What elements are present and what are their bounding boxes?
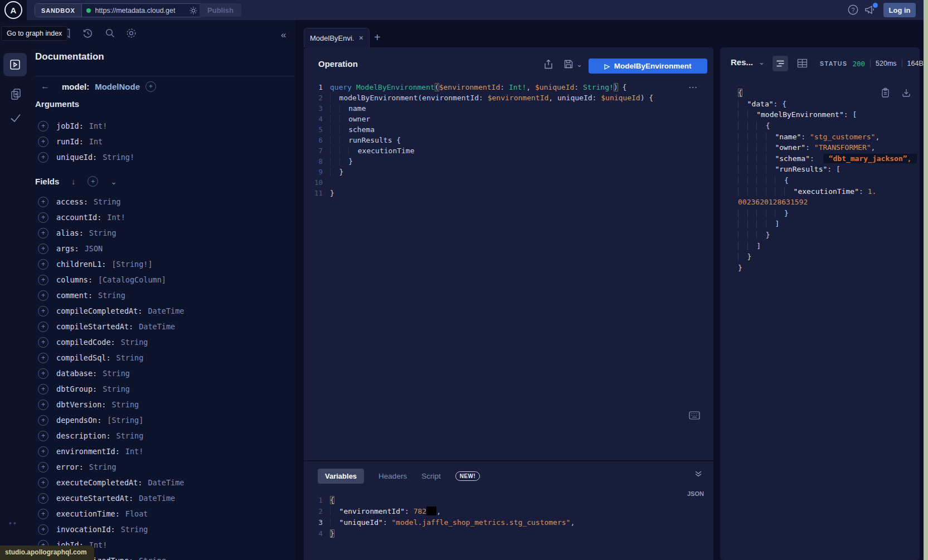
- add-field-icon[interactable]: +: [38, 478, 48, 488]
- field-row: +executionTime:Float: [31, 506, 295, 522]
- tab-headers[interactable]: Headers: [378, 472, 407, 480]
- tab-script[interactable]: Script: [421, 472, 441, 480]
- add-field-icon[interactable]: +: [38, 259, 48, 270]
- add-field-icon[interactable]: +: [38, 306, 48, 316]
- history-icon[interactable]: [82, 28, 93, 39]
- code-line: {: [738, 175, 916, 186]
- indent-guide: [747, 110, 757, 119]
- publish-button[interactable]: Publish: [200, 3, 241, 17]
- announcements-button[interactable]: [863, 3, 878, 17]
- help-icon[interactable]: ?: [847, 4, 859, 16]
- line-number: 4: [308, 115, 323, 123]
- variables-editor[interactable]: 1{2"environmentId": 782,3"uniqueId": "mo…: [304, 494, 713, 539]
- collapse-sidebar-icon[interactable]: «: [281, 30, 286, 41]
- field-row: +access:String: [31, 194, 295, 210]
- save-dropdown-chevron-icon[interactable]: ⌄: [576, 60, 582, 69]
- field-type: Int!: [89, 121, 108, 130]
- add-field-icon[interactable]: +: [38, 322, 48, 332]
- code-line: "owner": "TRANSFORMER",: [738, 142, 916, 153]
- add-field-icon[interactable]: +: [38, 384, 48, 395]
- add-field-icon[interactable]: +: [38, 290, 48, 301]
- add-field-icon[interactable]: +: [38, 244, 48, 254]
- save-icon[interactable]: [563, 59, 574, 69]
- indent-guide: [348, 147, 358, 155]
- endpoint-url-box[interactable]: https://metadata.cloud.get: [82, 4, 202, 17]
- add-field-icon[interactable]: +: [38, 493, 48, 504]
- add-field-icon[interactable]: +: [38, 353, 48, 363]
- field-type: String: [98, 291, 125, 300]
- fields-options-chevron-icon[interactable]: ⌄: [110, 177, 117, 186]
- field-type: String: [116, 431, 144, 440]
- field-name: jobId:: [56, 121, 84, 130]
- response-dropdown-chevron-icon[interactable]: ⌄: [759, 58, 765, 66]
- share-icon[interactable]: [543, 59, 553, 70]
- new-badge: NEW!: [455, 471, 480, 481]
- code-token: $uniqueId: [601, 94, 640, 102]
- apollo-logo-tile[interactable]: A: [0, 0, 27, 20]
- add-field-icon[interactable]: +: [38, 275, 48, 285]
- field-row: +environmentId:Int!: [31, 444, 295, 459]
- operation-panel: Operation ⌄ ▷ ModelByEnvironment ⋯ 1quer…: [304, 47, 713, 460]
- line-number: 6: [308, 136, 323, 144]
- operation-collections-icon[interactable]: [0, 87, 31, 101]
- add-field-icon[interactable]: +: [38, 137, 48, 147]
- apollo-logo: A: [4, 1, 22, 19]
- indent-guide: [738, 110, 747, 119]
- field-type: String: [103, 369, 130, 378]
- collapse-panel-icon[interactable]: [694, 469, 703, 478]
- code-token: "environmentId": [339, 507, 405, 515]
- endpoint-settings-icon[interactable]: [189, 6, 198, 15]
- search-icon[interactable]: [105, 28, 115, 38]
- argument-row: +runId:Int: [31, 134, 295, 149]
- keyboard-shortcuts-icon[interactable]: [689, 411, 700, 420]
- add-field-icon[interactable]: +: [38, 524, 48, 535]
- add-field-icon[interactable]: +: [38, 509, 48, 519]
- code-token: environmentId: [422, 94, 479, 102]
- add-field-icon[interactable]: +: [38, 197, 48, 207]
- code-token: ): [614, 83, 618, 91]
- response-body: {"data": {"modelByEnvironment": [{"name"…: [720, 87, 916, 273]
- browser-status-bar: studio.apollographql.com: [0, 546, 94, 560]
- doc-settings-icon[interactable]: [126, 28, 137, 38]
- code-token: "executionTime": [794, 187, 859, 196]
- code-token: : [: [844, 110, 857, 119]
- login-label: Log in: [889, 6, 911, 14]
- back-arrow-icon[interactable]: ←: [41, 81, 50, 91]
- explorer-nav-item[interactable]: [3, 53, 27, 76]
- arguments-heading: Arguments: [35, 99, 79, 109]
- add-field-icon[interactable]: +: [38, 152, 48, 163]
- add-field-icon[interactable]: +: [38, 121, 48, 132]
- field-row: +database:String: [31, 366, 295, 381]
- code-token: name: [348, 104, 366, 113]
- login-button[interactable]: Log in: [883, 3, 916, 17]
- tree-view-button[interactable]: [772, 56, 788, 71]
- add-field-icon[interactable]: +: [38, 462, 48, 473]
- add-field-icon[interactable]: +: [38, 400, 48, 410]
- add-field-icon[interactable]: +: [38, 212, 48, 223]
- add-field-icon[interactable]: +: [145, 81, 156, 92]
- add-field-icon[interactable]: +: [38, 368, 48, 379]
- add-field-icon[interactable]: +: [38, 446, 48, 457]
- add-field-icon[interactable]: +: [38, 337, 48, 348]
- tab-variables[interactable]: Variables: [318, 469, 364, 484]
- run-operation-button[interactable]: ▷ ModelByEnvironment: [589, 59, 707, 74]
- add-field-icon[interactable]: +: [38, 228, 48, 238]
- operation-editor[interactable]: 1query ModelByEnvironment($environmentId…: [304, 82, 713, 198]
- add-field-icon[interactable]: +: [38, 431, 48, 441]
- new-tab-icon[interactable]: +: [374, 31, 381, 44]
- close-tab-icon[interactable]: ×: [359, 33, 363, 42]
- field-type: DateTime: [148, 478, 184, 487]
- response-title-row[interactable]: Res... ⌄: [731, 57, 765, 67]
- field-type: String: [89, 462, 116, 471]
- table-view-icon[interactable]: [797, 59, 808, 68]
- indent-guide: [738, 187, 747, 196]
- field-type-link[interactable]: ModelNode: [95, 82, 140, 91]
- add-all-fields-icon[interactable]: +: [88, 176, 98, 187]
- sort-fields-icon[interactable]: ↓: [71, 177, 75, 186]
- tab-modelbyenvironment[interactable]: ModelByEnvi... ×: [304, 28, 370, 47]
- add-field-icon[interactable]: +: [38, 415, 48, 426]
- arguments-list: +jobId:Int!+runId:Int+uniqueId:String!: [31, 118, 295, 165]
- checks-icon[interactable]: [0, 113, 31, 124]
- indent-guide: [738, 165, 747, 173]
- endpoint-url-input[interactable]: https://metadata.cloud.get: [95, 7, 184, 14]
